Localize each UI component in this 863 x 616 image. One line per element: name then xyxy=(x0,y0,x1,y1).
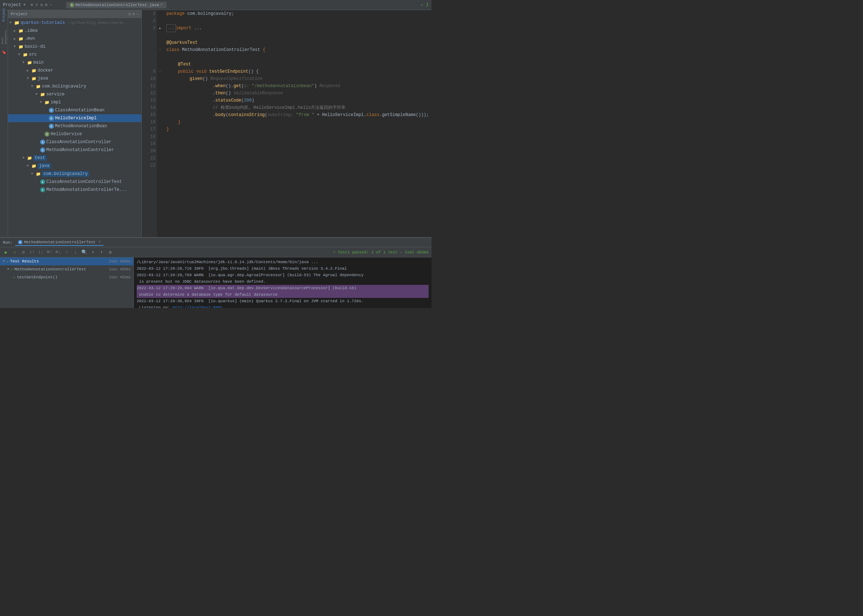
root-expand-arrow: ▼ xyxy=(9,21,13,25)
title-bar-left: Project ▼ ⊕ ≡ ⇅ ⚙ − xyxy=(3,2,52,8)
test-result-method-time: 1sec 492ms xyxy=(109,275,134,280)
tree-item-src[interactable]: ▼ 📁 src xyxy=(8,50,142,58)
console-line-2: 2022-03-12 17:29:29,769 WARN [io.qua.agr… xyxy=(137,272,428,278)
project-dropdown[interactable]: Project xyxy=(3,3,21,8)
check-method-icon: ✓ xyxy=(13,275,16,280)
console-line-0: /Library/Java/JavaVirtualMachines/jdk-11… xyxy=(137,259,428,266)
expand-class-icon: ▼ xyxy=(7,267,9,271)
title-bar-right-icons: ✓ 1 xyxy=(420,2,428,8)
sort-desc-icon[interactable]: ↕↓ xyxy=(38,250,44,255)
java-HelloService-icon: I xyxy=(44,132,50,137)
tree-label-service: service xyxy=(46,92,65,97)
java-ClassAnnotationBean-icon: C xyxy=(49,108,54,113)
tree-item-test[interactable]: ▼ 📁 test xyxy=(8,154,142,162)
folder-test-icon: 📁 xyxy=(27,156,32,160)
tree-item-test-java[interactable]: ▼ 📁 java xyxy=(8,162,142,170)
tree-item-impl[interactable]: ▼ 📁 impl xyxy=(8,98,142,106)
tree-item-basic-di[interactable]: ▼ 📁 basic-di xyxy=(8,42,142,50)
code-line-21: } xyxy=(166,119,429,126)
tree-item-mvn[interactable]: ▶ 📁 .mvn xyxy=(8,35,142,42)
up-icon[interactable]: ↑ xyxy=(64,250,70,255)
tree-item-docker[interactable]: ▶ 📁 docker xyxy=(8,66,142,74)
folder-idea-icon: 📁 xyxy=(19,28,24,33)
code-line-2 xyxy=(166,17,429,25)
filter1-icon[interactable]: ≡↑ xyxy=(46,250,53,255)
tree-label-ClassAnnotationController: ClassAnnotationController xyxy=(46,140,112,145)
play-button[interactable]: ▶ xyxy=(3,250,9,255)
tree-item-ClassAnnotationBean[interactable]: C ClassAnnotationBean xyxy=(8,106,142,114)
console-line-6: 2022-03-12 17:29:30,954 INFO [io.quarkus… xyxy=(137,298,428,304)
tree-item-HelloService[interactable]: I HelloService xyxy=(8,130,142,138)
filter2-icon[interactable]: ≡↓ xyxy=(55,250,61,255)
editor-tab-active[interactable]: C MethodAnnotationControllerTest.java × xyxy=(66,2,166,8)
fold-icon-line3[interactable]: ▶ xyxy=(159,27,161,30)
stop-button[interactable]: ⊘ xyxy=(20,250,27,255)
tree-label-test: test xyxy=(33,155,47,161)
toolbar-filter-icon[interactable]: ⇅ xyxy=(40,2,43,8)
export2-icon[interactable]: ⬆ xyxy=(98,250,105,255)
tree-item-com[interactable]: ▼ 📁 com.bolingcavalry xyxy=(8,82,142,90)
run-tab[interactable]: ▶ MethodAnnotationControllerTest × xyxy=(15,239,104,246)
code-line-13: @Test xyxy=(166,61,429,68)
search-icon[interactable]: 🔍 xyxy=(81,250,88,255)
close-panel-icon[interactable]: − xyxy=(136,12,139,16)
tree-item-ClassAnnotationController[interactable]: C ClassAnnotationController xyxy=(8,138,142,146)
settings-run-icon[interactable]: ⚙ xyxy=(107,250,113,255)
tree-item-ClassAnnotationControllerTest[interactable]: C ClassAnnotationControllerTest xyxy=(8,178,142,186)
root-icon: 📁 xyxy=(14,20,19,26)
code-line-16: .when().get( s: "/methodannotataionbean"… xyxy=(166,82,429,90)
tree-item-java[interactable]: ▼ 📁 java xyxy=(8,74,142,82)
tree-label-test-java: java xyxy=(38,163,51,169)
tree-root[interactable]: ▼ 📁 quarkus-tutorials ~/github/blog_demo… xyxy=(8,19,142,27)
tree-label-HelloServiceImpl: HelloServiceImpl xyxy=(55,116,96,121)
tree-label-basic-di: basic-di xyxy=(25,44,46,49)
collapse-all-icon[interactable]: ⊟ xyxy=(128,11,131,16)
toolbar-minimize-icon[interactable]: − xyxy=(50,3,52,8)
test-result-method-label: testGetEndpoint() xyxy=(17,275,58,280)
check-button[interactable]: ✓ xyxy=(11,250,18,255)
tree-label-ClassAnnotationBean: ClassAnnotationBean xyxy=(55,108,104,113)
tab-close-icon[interactable]: × xyxy=(161,3,163,7)
code-line-20: .body(containsString( substring: "from "… xyxy=(166,112,429,119)
sidebar-project-icon[interactable]: Project xyxy=(1,11,7,18)
console-panel: /Library/Java/JavaVirtualMachines/jdk-11… xyxy=(134,258,432,308)
toolbar-settings-icon[interactable]: ⚙ xyxy=(45,2,47,8)
export1-icon[interactable]: ⬆ xyxy=(90,250,96,255)
test-result-class[interactable]: ▼ ✓ MethodAnnotationControllerTest 1sec … xyxy=(0,266,134,273)
line-numbers: 1 2 3 4 5 6 7 8 9 10 11 12 13 14 15 16 1… xyxy=(142,10,157,237)
down-icon[interactable]: ↓ xyxy=(72,250,79,255)
code-line-10: @QuarkusTest xyxy=(166,39,429,46)
folder-test-com-icon: 📁 xyxy=(36,172,41,176)
sort-asc-icon[interactable]: ↕↑ xyxy=(29,250,35,255)
test-result-root-time: 1sec 492ms xyxy=(109,259,134,264)
run-tab-close-icon[interactable]: × xyxy=(98,240,101,244)
tree-item-HelloServiceImpl[interactable]: C HelloServiceImpl xyxy=(8,114,142,122)
code-line-11: class MethodAnnotationControllerTest { xyxy=(166,46,429,53)
tree-item-service[interactable]: ▼ 📁 service xyxy=(8,90,142,98)
code-line-22: } xyxy=(166,126,429,133)
test-result-root[interactable]: ▼ ✓ Test Results 1sec 492ms xyxy=(0,258,134,266)
tree-item-main[interactable]: ▼ 📁 main xyxy=(8,58,142,66)
tree-item-MethodAnnonationBean[interactable]: C MethodAnnonationBean xyxy=(8,122,142,130)
tree-item-MethodAnnotationControllerTe[interactable]: C MethodAnnotationControllerTe... xyxy=(8,186,142,194)
toolbar-list-icon[interactable]: ≡ xyxy=(35,3,38,8)
folder-test-java-icon: 📁 xyxy=(31,164,36,168)
tree-label-ClassAnnotationControllerTest: ClassAnnotationControllerTest xyxy=(46,179,122,184)
check-class-icon: ✓ xyxy=(11,267,13,272)
folder-src-icon: 📁 xyxy=(23,52,28,57)
test-results-panel: ▼ ✓ Test Results 1sec 492ms ▼ ✓ MethodAn… xyxy=(0,258,134,308)
root-path: ~/github/blog_demos/quarku... xyxy=(67,21,130,25)
test-result-method[interactable]: ✓ testGetEndpoint() 1sec 492ms xyxy=(0,273,134,281)
tree-item-MethodAnnotationController[interactable]: C MethodAnnotationController xyxy=(8,146,142,154)
code-content[interactable]: package com.bolingcavalry; ... import ..… xyxy=(164,10,432,237)
tree-item-test-com[interactable]: ▼ 📁 com.bolingcavalry xyxy=(8,170,142,178)
tree-item-idea[interactable]: ▶ 📁 .idea xyxy=(8,27,142,35)
java-MethodAnnotationController-icon: C xyxy=(40,148,45,152)
localhost-link[interactable]: http://localhost:8081 xyxy=(173,305,223,308)
fold-indicator[interactable]: ... xyxy=(166,24,176,32)
console-line-4: 2022-03-12 17:29:29,994 WARN [io.qua.dat… xyxy=(137,285,428,291)
toolbar-globe-icon[interactable]: ⊕ xyxy=(30,2,33,8)
sidebar-pull-requests-icon[interactable]: Pull Requests xyxy=(1,34,7,41)
settings-icon[interactable]: ⚙ xyxy=(132,11,135,16)
sidebar-bookmark-icon[interactable]: 🔖 xyxy=(1,49,7,56)
